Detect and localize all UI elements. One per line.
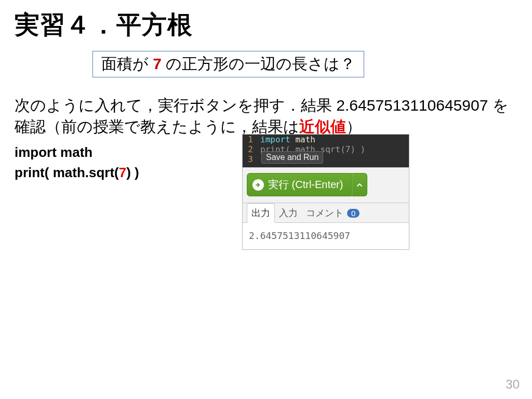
- editor-rest: math: [290, 135, 315, 144]
- code-l2-pre: print( math.sqrt(: [15, 165, 119, 180]
- question-prefix: 面積が: [101, 55, 153, 72]
- gutter-2: 2: [243, 144, 256, 154]
- code-l2-arg: 7: [119, 165, 126, 180]
- gutter-1: 1: [243, 135, 256, 144]
- run-button-label: 実行 (Ctrl-Enter): [268, 178, 343, 192]
- tab-output[interactable]: 出力: [247, 203, 275, 223]
- chevron-up-icon: [356, 182, 363, 188]
- instruction-result: 2.6457513110645907: [336, 97, 488, 114]
- comment-count-badge: 0: [347, 209, 360, 218]
- editor-kw: import: [260, 135, 290, 144]
- run-bar: 実行 (Ctrl-Enter): [243, 167, 409, 203]
- code-l2-post: ) ): [126, 165, 139, 180]
- ide-panel: 1 import math 2 print( math.sqrt(7) ) 3 …: [242, 134, 409, 250]
- editor-line-1: import math: [256, 135, 315, 144]
- tab-comment-label: コメント: [306, 208, 343, 218]
- output-tabs: 出力 入力 コメント 0: [243, 203, 409, 223]
- slide-title: 実習４．平方根: [15, 8, 517, 42]
- run-arrow-icon: [252, 179, 264, 191]
- instruction-tail: ）: [346, 118, 362, 135]
- question-suffix: の正方形の一辺の長さは？: [162, 55, 355, 72]
- tooltip-save-and-run: Save and Run: [261, 151, 323, 164]
- gutter-3: 3: [243, 154, 256, 164]
- output-pane: 2.6457513110645907: [243, 223, 409, 249]
- code-editor[interactable]: 1 import math 2 print( math.sqrt(7) ) 3 …: [243, 135, 409, 167]
- instruction-line1: 次のように入れて，実行ボタンを押す．結果: [15, 97, 332, 114]
- instruction-highlight: 近似値: [299, 118, 346, 135]
- question-seven: 7: [153, 55, 162, 72]
- page-number: 30: [506, 377, 520, 392]
- instruction-text: 次のように入れて，実行ボタンを押す．結果 2.6457513110645907 …: [15, 95, 517, 137]
- tab-comment[interactable]: コメント 0: [302, 204, 364, 222]
- editor-arg: 7: [345, 144, 351, 154]
- run-button[interactable]: 実行 (Ctrl-Enter): [247, 173, 352, 196]
- question-box: 面積が 7 の正方形の一辺の長さは？: [92, 51, 364, 77]
- run-dropdown-button[interactable]: [352, 173, 367, 196]
- tab-input[interactable]: 入力: [275, 204, 302, 222]
- editor-end: ) ): [350, 144, 365, 154]
